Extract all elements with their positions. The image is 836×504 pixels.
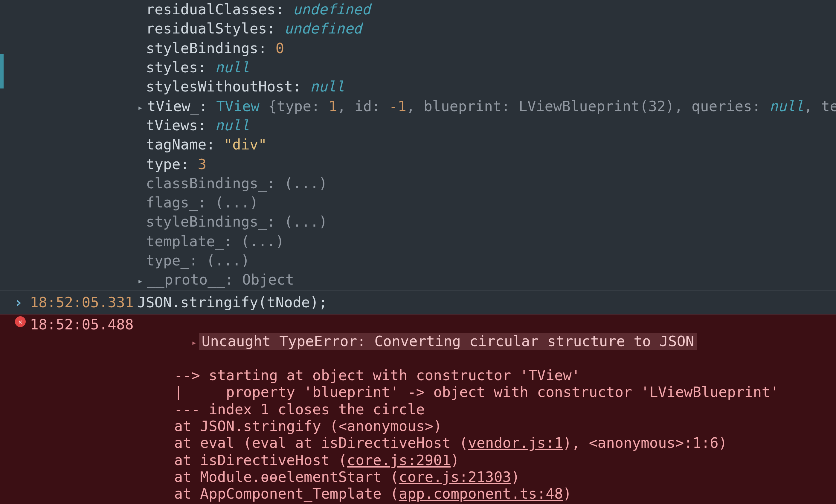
expand-caret-icon[interactable]	[191, 333, 197, 350]
object-property-row[interactable]: __proto__: Object	[0, 271, 836, 290]
object-property-row[interactable]: tViews: null	[0, 116, 836, 135]
object-property-row[interactable]: tagName: "div"	[0, 135, 836, 155]
object-property-row[interactable]: template_: (...)	[0, 232, 836, 251]
object-property-row[interactable]: residualClasses: undefined	[0, 0, 836, 19]
object-property-row[interactable]: classBindings_: (...)	[0, 174, 836, 193]
object-property-row[interactable]: type_: (...)	[0, 251, 836, 271]
object-property-row[interactable]: styleBindings: 0	[0, 39, 836, 58]
object-property-row[interactable]: styleBindings_: (...)	[0, 213, 836, 232]
input-caret-icon: ›	[14, 294, 23, 311]
object-property-row[interactable]: stylesWithoutHost: null	[0, 77, 836, 97]
source-link[interactable]: core.js:21303	[399, 469, 511, 485]
error-message: Uncaught TypeError: Converting circular …	[199, 333, 696, 350]
console-input-history-row[interactable]: › 18:52:05.331 JSON.stringify(tNode);	[0, 290, 836, 314]
source-link[interactable]: core.js:2901	[347, 452, 451, 468]
expand-caret-icon[interactable]	[137, 98, 146, 115]
source-link[interactable]: core.js:12170	[347, 503, 459, 504]
console-error-row[interactable]: 18:52:05.488 Uncaught TypeError: Convert…	[0, 314, 836, 504]
error-content: Uncaught TypeError: Converting circular …	[140, 316, 829, 504]
expand-caret-icon[interactable]	[137, 272, 146, 289]
error-timestamp: 18:52:05.488	[30, 316, 134, 333]
devtools-console: residualClasses: undefinedresidualStyles…	[0, 0, 836, 504]
editor-gutter-marker	[0, 54, 4, 89]
object-property-row[interactable]: type: 3	[0, 155, 836, 174]
error-icon	[15, 316, 26, 327]
object-property-row[interactable]: styles: null	[0, 58, 836, 77]
object-property-row[interactable]: tView_: TView {type: 1, id: -1, blueprin…	[0, 97, 836, 116]
source-link[interactable]: app.component.ts:48	[399, 485, 563, 502]
object-property-row[interactable]: flags_: (...)	[0, 193, 836, 213]
history-code: JSON.stringify(tNode);	[137, 294, 829, 311]
object-property-row[interactable]: residualStyles: undefined	[0, 19, 836, 39]
history-timestamp: 18:52:05.331	[30, 294, 134, 311]
object-properties-list: residualClasses: undefinedresidualStyles…	[0, 0, 836, 290]
source-link[interactable]: vendor.js:1	[468, 435, 563, 451]
